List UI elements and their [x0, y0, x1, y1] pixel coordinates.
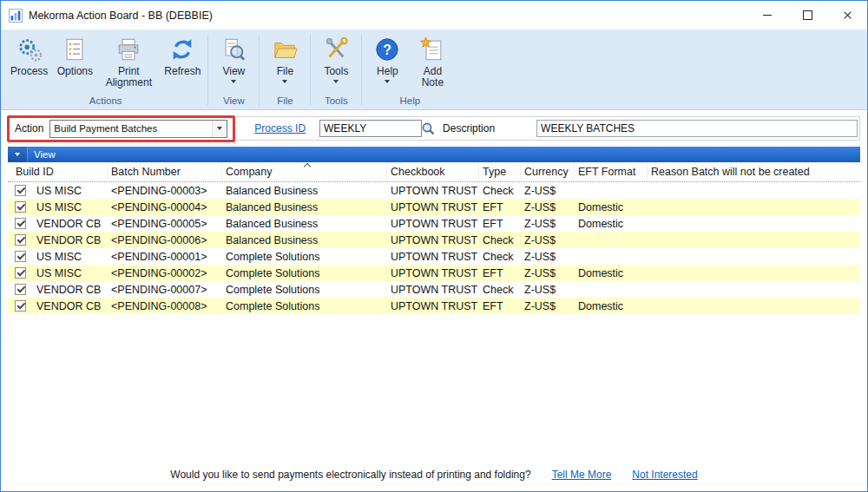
sort-ascending-icon [303, 163, 310, 170]
close-icon [843, 10, 852, 20]
view-bar: View [8, 147, 860, 162]
view-bar-label: View [34, 149, 56, 160]
cell-currency: Z-US$ [521, 201, 575, 213]
action-dropdown[interactable]: Build Payment Batches [49, 120, 227, 138]
ribbon: Process Options [1, 30, 867, 110]
row-checkbox[interactable] [15, 284, 26, 295]
cell-company: Balanced Business [222, 234, 387, 246]
cell-batch_number: <PENDING-00001> [108, 251, 222, 263]
ribbon-group-actions: Process Options [4, 31, 207, 109]
cell-type: EFT [479, 300, 521, 312]
table-row[interactable]: VENDOR CB<PENDING-00006>Balanced Busines… [8, 232, 860, 248]
view-bar-dropdown-button[interactable] [8, 147, 28, 162]
batch-grid: Build ID Batch Number Company Checkbook … [8, 162, 860, 314]
cell-build_id: VENDOR CB [36, 284, 101, 296]
add-note-button[interactable]: Add Note [410, 33, 455, 92]
cell-batch_number: <PENDING-00008> [108, 300, 222, 312]
row-checkbox[interactable] [15, 300, 26, 312]
column-header-currency[interactable]: Currency [521, 162, 575, 181]
action-label: Action [15, 122, 43, 134]
view-button[interactable]: View [211, 33, 256, 86]
cell-batch_number: <PENDING-00007> [108, 284, 222, 296]
help-button[interactable]: ? Help [365, 33, 410, 86]
cell-currency: Z-US$ [521, 300, 575, 312]
cell-type: EFT [479, 267, 521, 279]
maximize-icon [803, 10, 812, 20]
column-header-company[interactable]: Company [222, 162, 387, 181]
cell-company: Balanced Business [222, 218, 387, 230]
minimize-button[interactable] [747, 1, 787, 30]
lookup-magnifier-icon[interactable] [421, 121, 436, 136]
view-label: View [222, 66, 245, 77]
footer: Would you like to send payments electron… [1, 462, 867, 491]
table-body: US MISC<PENDING-00003>Balanced BusinessU… [8, 182, 860, 314]
app-window: Mekorma Action Board - BB (DEBBIE) [0, 0, 868, 492]
chevron-down-icon [385, 80, 390, 83]
cell-batch_number: <PENDING-00003> [108, 185, 222, 197]
file-button[interactable]: File [262, 33, 307, 86]
chevron-down-icon [15, 153, 20, 156]
ribbon-group-label-actions: Actions [4, 95, 207, 109]
tell-me-more-link[interactable]: Tell Me More [552, 469, 612, 481]
close-button[interactable] [827, 1, 867, 30]
cell-eft_format: Domestic [575, 267, 648, 279]
column-header-reason[interactable]: Reason Batch will not be created [648, 162, 860, 181]
cell-build_id: US MISC [36, 201, 82, 213]
tools-label: Tools [324, 66, 348, 77]
annotation-highlight: Action Build Payment Batches [7, 115, 235, 142]
process-button[interactable]: Process [6, 33, 52, 80]
process-id-input[interactable] [319, 120, 422, 137]
column-header-build-id[interactable]: Build ID [8, 162, 108, 181]
table-row[interactable]: US MISC<PENDING-00002>Complete Solutions… [8, 265, 860, 281]
cell-company: Complete Solutions [222, 267, 387, 279]
cell-build_id: VENDOR CB [36, 234, 101, 246]
cell-company: Balanced Business [222, 201, 387, 213]
cell-batch_number: <PENDING-00005> [108, 218, 222, 230]
ribbon-group-view: View View [209, 31, 258, 109]
maximize-button[interactable] [787, 1, 827, 30]
cell-currency: Z-US$ [521, 251, 575, 263]
print-alignment-button[interactable]: Print Alignment [97, 33, 160, 92]
grid-header: Build ID Batch Number Company Checkbook … [8, 162, 860, 182]
table-row[interactable]: VENDOR CB<PENDING-00005>Balanced Busines… [8, 215, 860, 232]
column-header-checkbook[interactable]: Checkbook [387, 162, 479, 181]
row-checkbox[interactable] [15, 234, 26, 246]
cell-eft_format: Domestic [575, 300, 648, 312]
add-note-label: Add Note [418, 66, 447, 89]
cell-type: Check [479, 284, 521, 296]
cell-checkbook: UPTOWN TRUST [387, 267, 479, 279]
row-checkbox[interactable] [15, 267, 26, 279]
cell-eft_format: Domestic [575, 201, 648, 213]
ribbon-group-label-view: View [209, 95, 258, 109]
row-checkbox[interactable] [15, 185, 26, 196]
column-header-eft-format[interactable]: EFT Format [575, 162, 648, 181]
ribbon-separator [207, 35, 208, 106]
cell-eft_format: Domestic [575, 218, 648, 230]
cell-build_id: US MISC [36, 251, 82, 263]
table-row[interactable]: US MISC<PENDING-00003>Balanced BusinessU… [8, 182, 860, 199]
table-row[interactable]: US MISC<PENDING-00001>Complete Solutions… [8, 248, 860, 265]
table-row[interactable]: VENDOR CB<PENDING-00008>Complete Solutio… [8, 298, 860, 314]
not-interested-link[interactable]: Not Interested [632, 469, 697, 481]
refresh-button[interactable]: Refresh [160, 33, 205, 80]
row-checkbox[interactable] [15, 218, 26, 229]
row-checkbox[interactable] [15, 251, 26, 262]
row-checkbox[interactable] [15, 201, 26, 213]
column-header-batch-number[interactable]: Batch Number [108, 162, 222, 181]
process-id-link[interactable]: Process ID [254, 122, 306, 134]
tools-button[interactable]: Tools [313, 33, 358, 86]
cell-checkbook: UPTOWN TRUST [387, 284, 479, 296]
cell-type: Check [479, 185, 521, 197]
table-row[interactable]: VENDOR CB<PENDING-00007>Complete Solutio… [8, 281, 860, 298]
help-question-icon: ? [373, 36, 401, 63]
action-dropdown-value: Build Payment Batches [54, 123, 157, 134]
chevron-down-icon [231, 80, 236, 83]
options-button[interactable]: Options [52, 33, 97, 80]
description-input[interactable] [536, 120, 858, 137]
ribbon-group-label-help: Help [363, 95, 457, 109]
table-row[interactable]: US MISC<PENDING-00004>Balanced BusinessU… [8, 199, 860, 215]
titlebar: Mekorma Action Board - BB (DEBBIE) [1, 1, 867, 30]
column-header-type[interactable]: Type [479, 162, 521, 181]
dropdown-arrow-zone[interactable] [212, 121, 227, 137]
description-label: Description [443, 122, 495, 134]
